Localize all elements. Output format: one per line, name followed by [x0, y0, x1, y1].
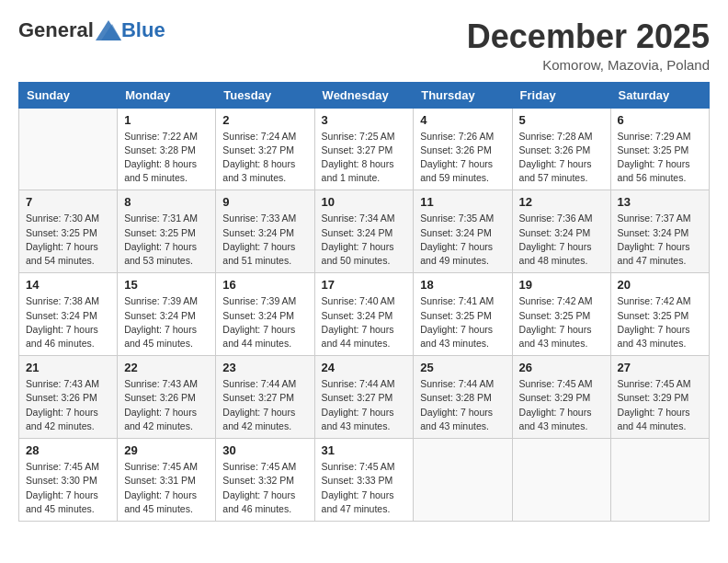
calendar-cell: 16Sunrise: 7:39 AMSunset: 3:24 PMDayligh…	[216, 273, 314, 356]
daylight-text: Daylight: 7 hours	[519, 158, 592, 169]
sunset-text: Sunset: 3:31 PM	[124, 475, 196, 486]
day-info: Sunrise: 7:29 AMSunset: 3:25 PMDaylight:…	[618, 130, 702, 186]
day-info: Sunrise: 7:41 AMSunset: 3:25 PMDaylight:…	[420, 294, 505, 350]
sunrise-text: Sunrise: 7:40 AM	[322, 295, 395, 306]
day-info: Sunrise: 7:35 AMSunset: 3:24 PMDaylight:…	[420, 212, 505, 268]
day-info: Sunrise: 7:31 AMSunset: 3:25 PMDaylight:…	[124, 212, 209, 268]
sunrise-text: Sunrise: 7:28 AM	[519, 131, 593, 142]
daylight-text: and 1 minute.	[322, 172, 381, 183]
calendar-week-row: 1Sunrise: 7:22 AMSunset: 3:28 PMDaylight…	[19, 108, 710, 190]
sunset-text: Sunset: 3:27 PM	[222, 392, 294, 403]
sunset-text: Sunset: 3:25 PM	[420, 310, 492, 321]
sunrise-text: Sunrise: 7:43 AM	[124, 378, 198, 389]
calendar-cell: 22Sunrise: 7:43 AMSunset: 3:26 PMDayligh…	[118, 356, 216, 439]
sunrise-text: Sunrise: 7:24 AM	[222, 131, 296, 142]
calendar-cell: 19Sunrise: 7:42 AMSunset: 3:25 PMDayligh…	[512, 273, 610, 356]
day-info: Sunrise: 7:44 AMSunset: 3:27 PMDaylight:…	[222, 377, 307, 433]
sunrise-text: Sunrise: 7:36 AM	[519, 213, 593, 224]
daylight-text: Daylight: 7 hours	[124, 241, 197, 252]
calendar-cell: 2Sunrise: 7:24 AMSunset: 3:27 PMDaylight…	[216, 108, 314, 190]
sunrise-text: Sunrise: 7:43 AM	[26, 378, 99, 389]
daylight-text: and 43 minutes.	[322, 420, 391, 431]
calendar-week-row: 7Sunrise: 7:30 AMSunset: 3:25 PMDaylight…	[19, 190, 710, 273]
sunset-text: Sunset: 3:25 PM	[618, 144, 689, 155]
sunset-text: Sunset: 3:24 PM	[222, 310, 294, 321]
day-info: Sunrise: 7:39 AMSunset: 3:24 PMDaylight:…	[124, 294, 209, 350]
day-info: Sunrise: 7:44 AMSunset: 3:27 PMDaylight:…	[322, 377, 407, 433]
calendar-cell: 4Sunrise: 7:26 AMSunset: 3:26 PMDaylight…	[414, 108, 512, 190]
calendar-header-tuesday: Tuesday	[216, 82, 314, 108]
daylight-text: Daylight: 7 hours	[26, 407, 98, 418]
daylight-text: and 42 minutes.	[124, 420, 193, 431]
day-number: 13	[618, 195, 702, 209]
calendar-cell: 17Sunrise: 7:40 AMSunset: 3:24 PMDayligh…	[314, 273, 414, 356]
calendar-cell: 24Sunrise: 7:44 AMSunset: 3:27 PMDayligh…	[314, 356, 414, 439]
day-info: Sunrise: 7:45 AMSunset: 3:29 PMDaylight:…	[618, 377, 702, 433]
daylight-text: Daylight: 7 hours	[420, 158, 493, 169]
sunset-text: Sunset: 3:26 PM	[420, 144, 492, 155]
day-number: 3	[322, 113, 407, 127]
day-info: Sunrise: 7:33 AMSunset: 3:24 PMDaylight:…	[222, 212, 307, 268]
daylight-text: Daylight: 7 hours	[618, 407, 690, 418]
sunset-text: Sunset: 3:26 PM	[519, 144, 591, 155]
sunset-text: Sunset: 3:27 PM	[322, 392, 393, 403]
daylight-text: and 43 minutes.	[519, 420, 588, 431]
sunrise-text: Sunrise: 7:42 AM	[618, 295, 691, 306]
sunrise-text: Sunrise: 7:38 AM	[26, 295, 99, 306]
day-info: Sunrise: 7:37 AMSunset: 3:24 PMDaylight:…	[618, 212, 702, 268]
day-info: Sunrise: 7:22 AMSunset: 3:28 PMDaylight:…	[124, 130, 209, 186]
sunrise-text: Sunrise: 7:35 AM	[420, 213, 494, 224]
daylight-text: and 44 minutes.	[222, 338, 291, 349]
day-info: Sunrise: 7:42 AMSunset: 3:25 PMDaylight:…	[618, 294, 702, 350]
day-number: 25	[420, 361, 505, 374]
calendar-cell: 8Sunrise: 7:31 AMSunset: 3:25 PMDaylight…	[118, 190, 216, 273]
daylight-text: Daylight: 8 hours	[322, 158, 394, 169]
sunset-text: Sunset: 3:27 PM	[222, 144, 294, 155]
daylight-text: and 54 minutes.	[26, 255, 95, 266]
daylight-text: Daylight: 7 hours	[420, 241, 493, 252]
calendar-cell: 18Sunrise: 7:41 AMSunset: 3:25 PMDayligh…	[414, 273, 512, 356]
sunrise-text: Sunrise: 7:44 AM	[420, 378, 494, 389]
day-info: Sunrise: 7:45 AMSunset: 3:33 PMDaylight:…	[322, 460, 407, 516]
sunrise-text: Sunrise: 7:39 AM	[222, 295, 296, 306]
daylight-text: Daylight: 8 hours	[222, 158, 295, 169]
daylight-text: and 42 minutes.	[26, 420, 95, 431]
calendar-cell: 12Sunrise: 7:36 AMSunset: 3:24 PMDayligh…	[512, 190, 610, 273]
day-info: Sunrise: 7:28 AMSunset: 3:26 PMDaylight:…	[519, 130, 604, 186]
daylight-text: Daylight: 7 hours	[222, 489, 295, 500]
daylight-text: and 50 minutes.	[322, 255, 391, 266]
calendar-cell: 6Sunrise: 7:29 AMSunset: 3:25 PMDaylight…	[610, 108, 709, 190]
daylight-text: Daylight: 7 hours	[322, 407, 394, 418]
calendar-cell: 7Sunrise: 7:30 AMSunset: 3:25 PMDaylight…	[19, 190, 118, 273]
sunset-text: Sunset: 3:24 PM	[124, 310, 196, 321]
daylight-text: and 56 minutes.	[618, 172, 687, 183]
daylight-text: and 43 minutes.	[420, 420, 489, 431]
calendar-cell: 26Sunrise: 7:45 AMSunset: 3:29 PMDayligh…	[512, 356, 610, 439]
calendar-week-row: 14Sunrise: 7:38 AMSunset: 3:24 PMDayligh…	[19, 273, 710, 356]
daylight-text: Daylight: 7 hours	[519, 324, 592, 335]
main-title: December 2025	[467, 18, 710, 55]
daylight-text: Daylight: 7 hours	[618, 158, 690, 169]
calendar-table: SundayMondayTuesdayWednesdayThursdayFrid…	[18, 82, 710, 522]
day-number: 8	[124, 195, 209, 209]
day-number: 10	[322, 195, 407, 209]
day-info: Sunrise: 7:45 AMSunset: 3:30 PMDaylight:…	[26, 460, 110, 516]
calendar-week-row: 21Sunrise: 7:43 AMSunset: 3:26 PMDayligh…	[19, 356, 710, 439]
day-info: Sunrise: 7:43 AMSunset: 3:26 PMDaylight:…	[26, 377, 110, 433]
day-info: Sunrise: 7:24 AMSunset: 3:27 PMDaylight:…	[222, 130, 307, 186]
sunrise-text: Sunrise: 7:39 AM	[124, 295, 198, 306]
daylight-text: Daylight: 7 hours	[124, 324, 197, 335]
daylight-text: and 53 minutes.	[124, 255, 193, 266]
sunset-text: Sunset: 3:27 PM	[322, 144, 393, 155]
sunset-text: Sunset: 3:24 PM	[618, 227, 689, 238]
daylight-text: and 45 minutes.	[26, 503, 95, 514]
calendar-cell	[19, 108, 118, 190]
day-number: 16	[222, 278, 307, 292]
daylight-text: and 57 minutes.	[519, 172, 588, 183]
calendar-cell: 15Sunrise: 7:39 AMSunset: 3:24 PMDayligh…	[118, 273, 216, 356]
calendar-cell: 20Sunrise: 7:42 AMSunset: 3:25 PMDayligh…	[610, 273, 709, 356]
daylight-text: Daylight: 7 hours	[124, 407, 197, 418]
sunset-text: Sunset: 3:25 PM	[26, 227, 97, 238]
daylight-text: Daylight: 7 hours	[322, 489, 394, 500]
day-info: Sunrise: 7:30 AMSunset: 3:25 PMDaylight:…	[26, 212, 110, 268]
